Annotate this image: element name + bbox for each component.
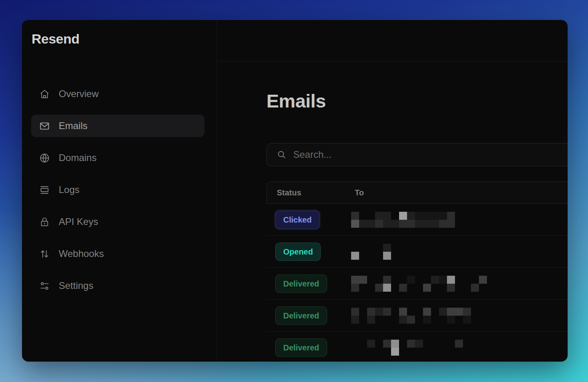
- sidebar-item-label: Overview: [59, 88, 99, 99]
- table-row[interactable]: Clicked: [266, 204, 568, 236]
- redacted-email-address: [351, 244, 391, 260]
- main-body: Emails Status To ClickedOpenedDeliveredD…: [217, 62, 568, 362]
- sidebar-item-label: Settings: [59, 280, 93, 291]
- redacted-email-address: [351, 340, 463, 356]
- page-title: Emails: [266, 90, 568, 112]
- search-box[interactable]: [266, 143, 568, 166]
- search-input[interactable]: [293, 143, 568, 166]
- sidebar-item-logs[interactable]: Logs: [31, 179, 205, 201]
- table-body: ClickedOpenedDeliveredDeliveredDelivered: [266, 204, 568, 362]
- emails-table: Status To ClickedOpenedDeliveredDelivere…: [266, 181, 568, 362]
- desktop-background: { "app": { "logo_text": "Resend" }, "col…: [0, 0, 588, 382]
- sidebar-item-label: API Keys: [59, 216, 98, 227]
- status-badge: Delivered: [276, 339, 327, 356]
- table-header-row: Status To: [266, 181, 568, 204]
- redacted-email-address: [351, 276, 495, 292]
- resend-logo: Resend: [31, 31, 205, 47]
- home-icon: [39, 89, 50, 99]
- sidebar-item-domains[interactable]: Domains: [31, 147, 205, 169]
- logs-icon: [39, 185, 50, 195]
- mail-icon: [39, 121, 50, 131]
- lock-icon: [39, 217, 50, 227]
- arrows-up-down-icon: [39, 249, 50, 259]
- status-badge: Delivered: [276, 275, 327, 292]
- column-header-to: To: [355, 188, 364, 197]
- status-badge: Opened: [276, 243, 320, 261]
- app-window: Resend OverviewEmailsDomainsLogsAPI Keys…: [22, 20, 568, 362]
- sidebar-item-label: Logs: [59, 184, 79, 195]
- status-badge: Delivered: [276, 307, 327, 324]
- sidebar-item-api-keys[interactable]: API Keys: [31, 211, 205, 233]
- main-area: Emails Status To ClickedOpenedDeliveredD…: [217, 20, 568, 362]
- sidebar-item-label: Webhooks: [59, 248, 104, 259]
- main-header: [217, 20, 568, 62]
- globe-icon: [39, 153, 50, 163]
- sidebar-item-label: Emails: [59, 120, 87, 131]
- sidebar-item-settings[interactable]: Settings: [31, 275, 205, 297]
- table-row[interactable]: Delivered: [266, 268, 568, 300]
- table-row[interactable]: Delivered: [266, 332, 568, 362]
- sidebar-item-label: Domains: [59, 152, 97, 163]
- redacted-email-address: [351, 308, 479, 324]
- redacted-email-address: [351, 212, 455, 228]
- column-header-status: Status: [277, 188, 355, 197]
- sidebar-item-overview[interactable]: Overview: [31, 83, 205, 105]
- sliders-icon: [39, 281, 50, 291]
- sidebar: Resend OverviewEmailsDomainsLogsAPI Keys…: [22, 20, 217, 362]
- table-row[interactable]: Opened: [266, 236, 568, 268]
- status-badge: Clicked: [276, 211, 319, 229]
- search-icon: [277, 150, 286, 159]
- sidebar-item-emails[interactable]: Emails: [31, 115, 205, 137]
- table-row[interactable]: Delivered: [266, 300, 568, 332]
- sidebar-item-webhooks[interactable]: Webhooks: [31, 243, 205, 265]
- sidebar-nav: OverviewEmailsDomainsLogsAPI KeysWebhook…: [31, 83, 205, 297]
